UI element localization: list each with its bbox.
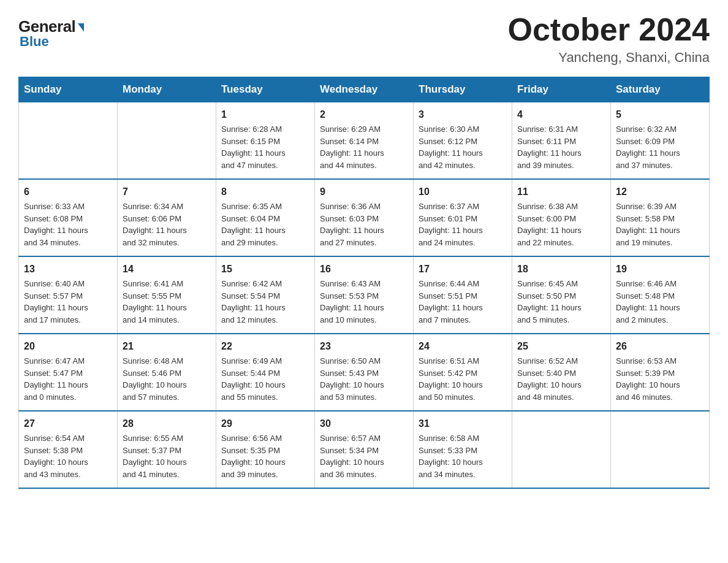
day-info-line: Sunset: 5:43 PM [320,367,408,380]
day-info-line: and 19 minutes. [616,237,704,249]
day-info-line: Sunrise: 6:28 AM [221,123,309,136]
day-number: 10 [419,185,507,199]
day-number: 1 [221,107,309,122]
calendar-cell: 24Sunrise: 6:51 AMSunset: 5:42 PMDayligh… [414,334,512,411]
day-number: 5 [616,107,704,122]
day-info-line: and 37 minutes. [616,159,704,172]
day-number: 14 [123,262,211,277]
day-info-line: Sunrise: 6:36 AM [320,201,408,213]
week-row-5: 27Sunrise: 6:54 AMSunset: 5:38 PMDayligh… [19,411,710,488]
day-info-line: Daylight: 10 hours [517,379,605,391]
calendar-cell: 29Sunrise: 6:56 AMSunset: 5:35 PMDayligh… [216,411,315,488]
weekday-header-saturday: Saturday [611,77,710,102]
calendar-cell: 22Sunrise: 6:49 AMSunset: 5:44 PMDayligh… [216,334,315,411]
calendar-cell: 18Sunrise: 6:45 AMSunset: 5:50 PMDayligh… [512,256,611,334]
day-info-line: Sunrise: 6:40 AM [24,278,112,290]
calendar-cell: 27Sunrise: 6:54 AMSunset: 5:38 PMDayligh… [19,411,118,488]
day-number: 18 [517,262,605,277]
day-info-line: Sunrise: 6:32 AM [616,123,704,136]
day-info-line: Daylight: 11 hours [221,147,309,159]
day-number: 27 [24,416,112,431]
weekday-header-tuesday: Tuesday [216,77,315,102]
day-info-line: and 29 minutes. [221,237,309,249]
calendar-cell: 28Sunrise: 6:55 AMSunset: 5:37 PMDayligh… [118,411,216,488]
calendar-cell: 19Sunrise: 6:46 AMSunset: 5:48 PMDayligh… [611,256,710,334]
day-info-line: Sunset: 5:48 PM [616,290,704,302]
day-info-line: Sunset: 5:50 PM [517,290,605,302]
logo-blue-text: Blue [20,34,49,50]
day-number: 22 [221,339,309,354]
day-info-line: and 17 minutes. [24,314,112,326]
day-info-line: and 5 minutes. [517,314,605,326]
day-info-line: Daylight: 11 hours [320,224,408,237]
day-number: 16 [320,262,408,277]
day-number: 9 [320,185,408,199]
day-info-line: Sunset: 5:42 PM [419,367,507,380]
day-info-line: Daylight: 10 hours [320,379,408,391]
calendar-title: October 2024 [508,12,710,47]
calendar-cell: 7Sunrise: 6:34 AMSunset: 6:06 PMDaylight… [118,179,216,256]
day-number: 17 [419,262,507,277]
day-number: 11 [517,185,605,199]
day-number: 26 [616,339,704,354]
day-info-line: Sunrise: 6:42 AM [221,278,309,290]
day-info-line: and 34 minutes. [419,469,507,481]
calendar-cell: 26Sunrise: 6:53 AMSunset: 5:39 PMDayligh… [611,334,710,411]
day-info-line: Daylight: 10 hours [221,456,309,469]
day-info-line: Sunset: 6:06 PM [123,213,211,225]
day-info-line: Daylight: 10 hours [419,379,507,391]
day-info-line: Sunset: 6:15 PM [221,136,309,148]
day-number: 12 [616,185,704,199]
day-info-line: Daylight: 11 hours [419,302,507,314]
day-info-line: Daylight: 10 hours [320,456,408,469]
day-number: 7 [123,185,211,199]
day-info-line: Sunrise: 6:48 AM [123,355,211,367]
day-info-line: Daylight: 11 hours [616,224,704,237]
day-info-line: Sunset: 6:12 PM [419,136,507,148]
calendar-cell: 14Sunrise: 6:41 AMSunset: 5:55 PMDayligh… [118,256,216,334]
day-info-line: Sunrise: 6:33 AM [24,201,112,213]
day-info-line: Sunrise: 6:29 AM [320,123,408,136]
day-info-line: Sunset: 5:37 PM [123,445,211,457]
day-number: 21 [123,339,211,354]
day-number: 30 [320,416,408,431]
calendar-cell: 30Sunrise: 6:57 AMSunset: 5:34 PMDayligh… [315,411,414,488]
calendar-cell: 2Sunrise: 6:29 AMSunset: 6:14 PMDaylight… [315,102,414,180]
logo: General Blue [18,12,84,50]
calendar-cell: 12Sunrise: 6:39 AMSunset: 5:58 PMDayligh… [611,179,710,256]
day-info-line: Sunset: 5:47 PM [24,367,112,380]
calendar-cell [512,411,611,488]
day-number: 23 [320,339,408,354]
day-info-line: Daylight: 11 hours [419,147,507,159]
day-info-line: Sunset: 5:34 PM [320,445,408,457]
day-info-line: Sunset: 5:53 PM [320,290,408,302]
day-info-line: Sunset: 5:33 PM [419,445,507,457]
day-info-line: Daylight: 11 hours [320,147,408,159]
day-info-line: Sunset: 6:11 PM [517,136,605,148]
calendar-cell: 11Sunrise: 6:38 AMSunset: 6:00 PMDayligh… [512,179,611,256]
day-number: 20 [24,339,112,354]
day-info-line: Sunrise: 6:39 AM [616,201,704,213]
weekday-header-sunday: Sunday [19,77,118,102]
day-info-line: Daylight: 11 hours [123,302,211,314]
day-info-line: and 53 minutes. [320,391,408,404]
calendar-cell: 17Sunrise: 6:44 AMSunset: 5:51 PMDayligh… [414,256,512,334]
calendar-cell: 4Sunrise: 6:31 AMSunset: 6:11 PMDaylight… [512,102,611,180]
day-info-line: and 34 minutes. [24,237,112,249]
day-number: 25 [517,339,605,354]
calendar-cell: 10Sunrise: 6:37 AMSunset: 6:01 PMDayligh… [414,179,512,256]
day-info-line: Sunset: 5:51 PM [419,290,507,302]
weekday-header-monday: Monday [118,77,216,102]
day-info-line: Sunrise: 6:57 AM [320,432,408,445]
day-info-line: Daylight: 11 hours [221,224,309,237]
day-info-line: and 42 minutes. [419,159,507,172]
day-info-line: Sunrise: 6:52 AM [517,355,605,367]
day-info-line: and 39 minutes. [221,469,309,481]
week-row-2: 6Sunrise: 6:33 AMSunset: 6:08 PMDaylight… [19,179,710,256]
day-info-line: Daylight: 10 hours [24,456,112,469]
calendar-cell: 13Sunrise: 6:40 AMSunset: 5:57 PMDayligh… [19,256,118,334]
day-info-line: Sunrise: 6:38 AM [517,201,605,213]
day-info-line: and 57 minutes. [123,391,211,404]
day-info-line: Daylight: 11 hours [517,224,605,237]
day-info-line: and 0 minutes. [24,391,112,404]
